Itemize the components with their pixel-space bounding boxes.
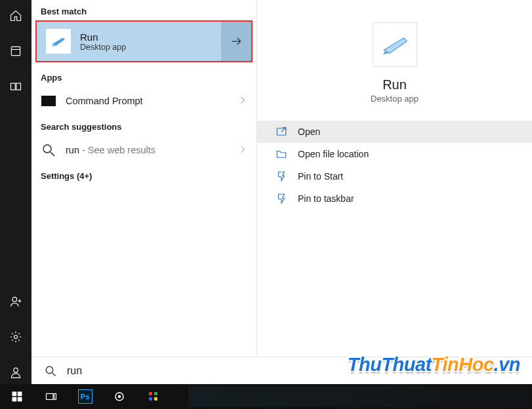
run-icon [46, 29, 71, 54]
svg-point-6 [14, 336, 18, 339]
folder-icon [276, 148, 287, 160]
watermark-logo: ThuThuatTinHoc.vn [348, 354, 520, 376]
web-suggestion-run[interactable]: run - See web results [31, 136, 256, 165]
preview-title: Run [382, 77, 407, 92]
best-match-title: Run [80, 31, 221, 43]
preview-column: Run Desktop app Open Open file location … [257, 0, 532, 357]
svg-point-3 [12, 297, 17, 302]
taskbar: Ps [0, 384, 532, 409]
suggestions-heading: Search suggestions [31, 115, 256, 136]
svg-rect-14 [18, 392, 22, 397]
suggestion-term: run [66, 145, 79, 155]
svg-rect-2 [16, 83, 21, 90]
action-label: Open [298, 127, 320, 137]
taskbar-background [188, 386, 529, 407]
chevron-right-icon [238, 145, 247, 156]
svg-rect-1 [11, 83, 16, 90]
rail-settings[interactable] [0, 325, 31, 349]
photoshop-icon: Ps [78, 389, 92, 404]
best-match-subtitle: Desktop app [80, 43, 221, 52]
apps-heading: Apps [31, 66, 256, 87]
color-grid-icon [148, 391, 159, 402]
rail-people[interactable] [0, 290, 31, 313]
action-pin-to-taskbar[interactable]: Pin to taskbar [257, 187, 532, 210]
settings-heading[interactable]: Settings (4+) [31, 165, 256, 185]
action-open-file-location[interactable]: Open file location [257, 143, 532, 165]
search-icon [41, 142, 56, 158]
suggestion-tail: - See web results [79, 145, 155, 155]
action-label: Pin to Start [298, 171, 343, 182]
svg-point-7 [14, 368, 18, 372]
action-open[interactable]: Open [257, 121, 532, 143]
start-button[interactable] [3, 384, 31, 409]
svg-point-11 [46, 366, 53, 374]
svg-rect-15 [12, 397, 17, 402]
app-command-prompt[interactable]: Command Prompt [31, 87, 256, 115]
svg-rect-16 [18, 397, 22, 402]
search-icon [45, 365, 56, 377]
task-view-button[interactable] [37, 384, 66, 409]
svg-point-20 [118, 395, 121, 399]
svg-rect-17 [47, 394, 54, 400]
best-match-heading: Best match [31, 0, 256, 20]
pin-icon [276, 170, 287, 182]
svg-rect-13 [12, 392, 17, 397]
rail-recent[interactable] [0, 39, 31, 63]
cortana-rail [0, 0, 31, 384]
svg-line-12 [52, 373, 56, 376]
app-label: Command Prompt [66, 96, 229, 106]
rail-account[interactable] [0, 360, 31, 384]
preview-subtitle: Desktop app [371, 94, 419, 104]
rail-home[interactable] [0, 4, 31, 28]
open-icon [276, 126, 287, 138]
taskbar-photoshop[interactable]: Ps [71, 384, 100, 409]
pin-icon [276, 193, 287, 204]
best-match-item[interactable]: Run Desktop app [35, 20, 253, 62]
svg-rect-0 [11, 47, 20, 55]
preview-app-icon [373, 22, 417, 67]
chevron-right-icon [238, 96, 247, 107]
best-match-arrow-button[interactable] [221, 22, 251, 61]
taskbar-cortana[interactable] [105, 384, 134, 409]
action-label: Open file location [298, 149, 369, 159]
command-prompt-icon [41, 96, 56, 106]
action-pin-to-start[interactable]: Pin to Start [257, 165, 532, 187]
svg-point-8 [43, 145, 51, 153]
search-bar: ThuThuatTinHoc.vn [31, 357, 532, 384]
search-flyout: Best match Run Desktop app Apps Command … [31, 0, 532, 357]
svg-rect-18 [54, 394, 56, 400]
action-label: Pin to taskbar [298, 193, 354, 204]
taskbar-color-tool[interactable] [139, 384, 168, 409]
results-column: Best match Run Desktop app Apps Command … [31, 0, 257, 357]
svg-line-9 [51, 152, 54, 156]
rail-collections[interactable] [0, 75, 31, 98]
